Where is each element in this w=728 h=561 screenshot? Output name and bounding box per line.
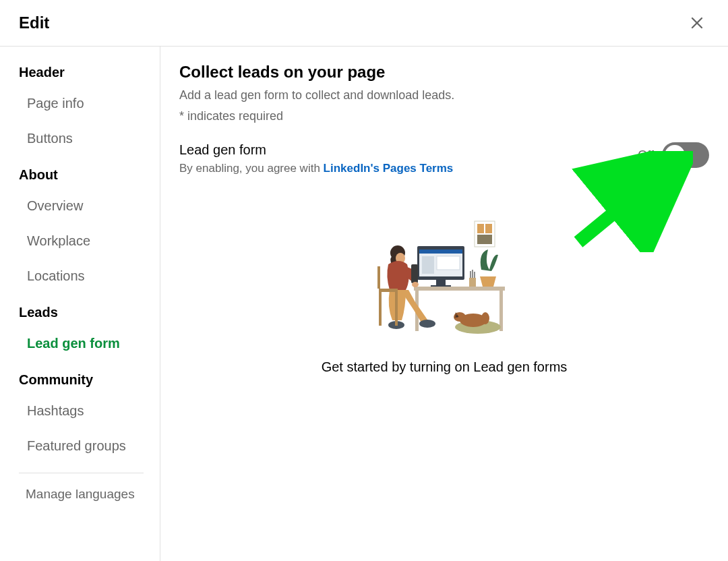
- sidebar-section-title: Leads: [19, 303, 160, 322]
- sidebar-item-overview[interactable]: Overview: [19, 188, 160, 223]
- toggle-title: Lead gen form: [179, 142, 638, 158]
- modal-body: Header Page info Buttons About Overview …: [0, 47, 728, 561]
- sidebar-section-leads: Leads Lead gen form: [19, 303, 160, 361]
- svg-rect-13: [469, 278, 476, 287]
- placeholder-area: Get started by turning on Lead gen forms: [179, 216, 709, 375]
- sidebar-section-title: About: [19, 165, 160, 184]
- svg-rect-4: [485, 224, 492, 233]
- lead-gen-toggle[interactable]: [662, 142, 709, 168]
- svg-rect-11: [436, 280, 446, 285]
- toggle-controls: Off: [638, 142, 709, 168]
- close-button[interactable]: [685, 11, 709, 35]
- placeholder-text: Get started by turning on Lead gen forms: [322, 359, 568, 375]
- svg-rect-19: [499, 291, 503, 331]
- svg-point-33: [456, 316, 458, 318]
- sidebar-section-header: Header Page info Buttons: [19, 63, 160, 156]
- sidebar-section-title: Community: [19, 370, 160, 389]
- sidebar-item-page-info[interactable]: Page info: [19, 86, 160, 121]
- content-title: Collect leads on your page: [179, 63, 709, 82]
- sidebar-section-community: Community Hashtags Featured groups: [19, 370, 160, 463]
- close-icon: [688, 13, 706, 32]
- svg-point-34: [481, 312, 489, 324]
- sidebar: Header Page info Buttons About Overview …: [0, 47, 160, 561]
- content-subtitle: Add a lead gen form to collect and downl…: [179, 88, 709, 102]
- svg-rect-28: [395, 292, 398, 326]
- sidebar-item-featured-groups[interactable]: Featured groups: [19, 428, 160, 463]
- svg-rect-26: [379, 289, 398, 292]
- content-panel: Collect leads on your page Add a lead ge…: [160, 47, 728, 561]
- svg-point-23: [412, 282, 419, 287]
- svg-rect-27: [379, 292, 382, 326]
- sidebar-item-manage-languages[interactable]: Manage languages: [19, 484, 160, 510]
- svg-rect-9: [422, 256, 434, 274]
- toggle-knob: [665, 145, 685, 165]
- svg-rect-8: [419, 249, 462, 254]
- sidebar-item-lead-gen-form[interactable]: Lead gen form: [19, 326, 160, 361]
- sidebar-item-locations[interactable]: Locations: [19, 258, 160, 293]
- toggle-state-label: Off: [638, 148, 654, 163]
- toggle-subtitle: By enabling, you agree with LinkedIn's P…: [179, 162, 638, 175]
- svg-rect-17: [414, 287, 505, 291]
- sidebar-section-title: Header: [19, 63, 160, 82]
- sidebar-divider: [19, 473, 144, 473]
- edit-modal: Edit Header Page info Buttons About Over…: [0, 0, 728, 561]
- modal-title: Edit: [19, 13, 49, 32]
- svg-rect-3: [477, 224, 484, 233]
- svg-rect-10: [437, 256, 460, 270]
- workspace-illustration: [373, 216, 515, 341]
- modal-header: Edit: [0, 0, 728, 47]
- svg-rect-22: [411, 264, 418, 283]
- required-note: * indicates required: [179, 109, 709, 123]
- sidebar-item-hashtags[interactable]: Hashtags: [19, 393, 160, 428]
- toggle-info: Lead gen form By enabling, you agree wit…: [179, 142, 638, 175]
- sidebar-section-about: About Overview Workplace Locations: [19, 165, 160, 293]
- lead-gen-toggle-row: Lead gen form By enabling, you agree wit…: [179, 142, 709, 175]
- terms-link[interactable]: LinkedIn's Pages Terms: [324, 162, 454, 175]
- sidebar-item-workplace[interactable]: Workplace: [19, 223, 160, 258]
- svg-rect-5: [477, 235, 492, 244]
- sidebar-item-buttons[interactable]: Buttons: [19, 121, 160, 156]
- svg-point-25: [419, 320, 435, 328]
- toggle-subtitle-prefix: By enabling, you agree with: [179, 162, 324, 175]
